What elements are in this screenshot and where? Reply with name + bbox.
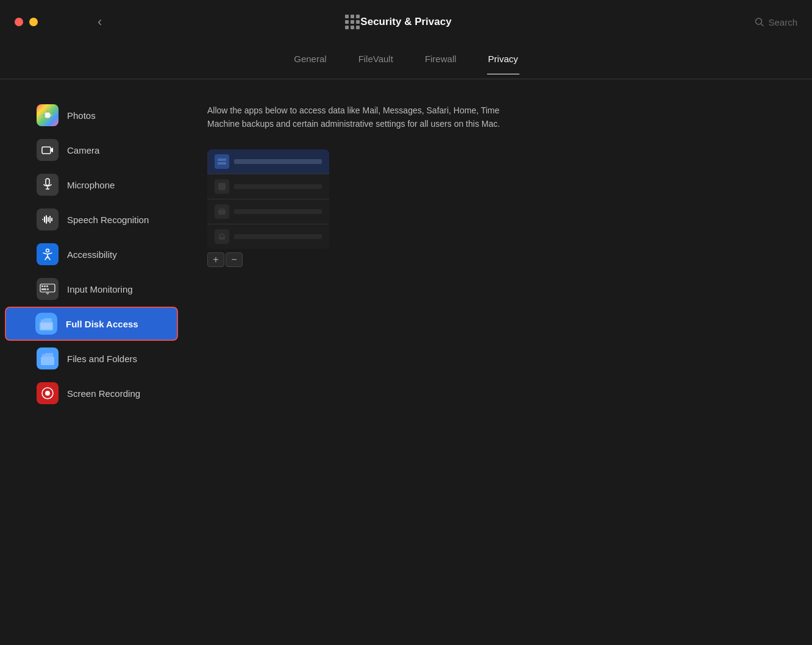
svg-rect-27: [218, 162, 226, 165]
screen-recording-icon: [37, 382, 59, 404]
sidebar: Photos Camera Microphone: [0, 85, 183, 645]
speech-recognition-icon: [37, 208, 59, 230]
camera-icon: [37, 139, 59, 161]
app-icon-3: [215, 204, 229, 219]
svg-rect-19: [41, 288, 46, 290]
sidebar-item-label-camera: Camera: [67, 145, 99, 155]
svg-point-14: [46, 249, 49, 252]
content-area: Allow the apps below to access data like…: [183, 85, 812, 645]
main-content: Photos Camera Microphone: [0, 79, 812, 645]
search-bar[interactable]: Search: [755, 17, 797, 27]
tab-firewall[interactable]: Firewall: [424, 51, 458, 66]
svg-rect-28: [218, 183, 226, 190]
minimize-button[interactable]: [29, 18, 38, 26]
svg-rect-23: [41, 357, 54, 365]
svg-line-1: [761, 24, 764, 26]
list-controls: + −: [207, 252, 329, 267]
window-title: Security & Privacy: [360, 16, 451, 28]
sidebar-item-input-monitoring[interactable]: Input Monitoring: [6, 272, 177, 306]
app-list-container: + −: [207, 149, 329, 267]
sidebar-item-label-input-monitoring: Input Monitoring: [67, 284, 133, 294]
app-name-2: [234, 184, 322, 189]
app-list-item-2[interactable]: [207, 174, 329, 199]
svg-rect-26: [218, 159, 226, 161]
description-text: Allow the apps below to access data like…: [207, 104, 524, 131]
tab-general[interactable]: General: [293, 51, 327, 66]
app-list-item-4[interactable]: [207, 224, 329, 249]
svg-point-32: [220, 235, 224, 237]
sidebar-item-label-screen-recording: Screen Recording: [67, 388, 140, 399]
sidebar-item-photos[interactable]: Photos: [6, 98, 177, 132]
microphone-icon: [37, 174, 59, 196]
app-list-item-3[interactable]: [207, 199, 329, 224]
tab-filevault[interactable]: FileVault: [357, 51, 394, 66]
close-button[interactable]: [15, 18, 23, 26]
svg-point-2: [45, 112, 51, 118]
sidebar-item-label-accessibility: Accessibility: [67, 249, 117, 260]
app-icon-1: [215, 154, 229, 169]
svg-rect-22: [41, 323, 52, 329]
sidebar-item-full-disk-access[interactable]: Full Disk Access: [5, 307, 178, 341]
sidebar-item-label-microphone: Microphone: [67, 180, 115, 190]
app-name-3: [234, 209, 322, 214]
app-list-item-1[interactable]: [207, 149, 329, 174]
svg-rect-18: [46, 285, 48, 287]
remove-app-button[interactable]: −: [226, 252, 243, 267]
sidebar-item-microphone[interactable]: Microphone: [6, 168, 177, 202]
sidebar-item-camera[interactable]: Camera: [6, 133, 177, 167]
svg-rect-5: [46, 179, 49, 185]
svg-rect-3: [42, 147, 51, 154]
sidebar-item-accessibility[interactable]: Accessibility: [6, 237, 177, 271]
svg-rect-16: [41, 285, 43, 287]
grid-icon[interactable]: [345, 15, 360, 29]
svg-rect-20: [47, 288, 49, 290]
tabbar: General FileVault Firewall Privacy: [0, 44, 812, 79]
traffic-lights: [15, 18, 38, 26]
titlebar: ‹ Security & Privacy Search: [0, 0, 812, 44]
app-icon-2: [215, 179, 229, 194]
svg-rect-17: [44, 285, 46, 287]
search-placeholder: Search: [768, 17, 797, 27]
add-app-button[interactable]: +: [207, 252, 224, 267]
sidebar-item-label-photos: Photos: [67, 110, 96, 121]
sidebar-item-label-speech-recognition: Speech Recognition: [67, 215, 149, 225]
files-and-folders-icon: [37, 347, 59, 369]
search-icon: [755, 17, 764, 27]
sidebar-item-screen-recording[interactable]: Screen Recording: [6, 376, 177, 410]
svg-rect-15: [40, 284, 55, 292]
app-name-1: [234, 159, 322, 164]
tab-privacy[interactable]: Privacy: [487, 51, 519, 66]
input-monitoring-icon: [37, 278, 59, 300]
sidebar-item-label-full-disk-access: Full Disk Access: [66, 319, 138, 329]
app-list: [207, 149, 329, 249]
photos-icon: [37, 104, 59, 126]
back-button[interactable]: ‹: [98, 14, 102, 30]
accessibility-icon: [37, 243, 59, 265]
sidebar-item-speech-recognition[interactable]: Speech Recognition: [6, 202, 177, 237]
svg-rect-29: [218, 210, 226, 215]
sidebar-item-files-and-folders[interactable]: Files and Folders: [6, 341, 177, 376]
app-icon-4: [215, 229, 229, 244]
sidebar-item-label-files-and-folders: Files and Folders: [67, 354, 137, 364]
svg-point-25: [45, 391, 50, 396]
app-name-4: [234, 234, 322, 239]
full-disk-access-icon: [35, 313, 57, 335]
